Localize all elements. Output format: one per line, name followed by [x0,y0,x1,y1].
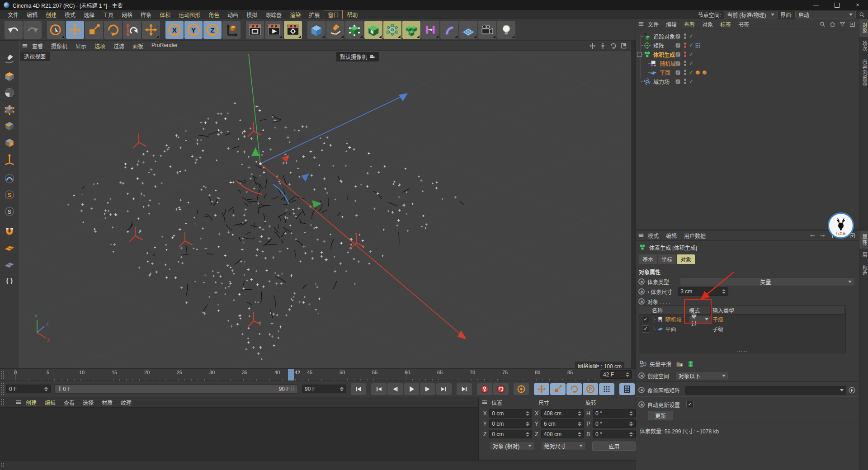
model-mode-icon[interactable] [3,69,16,83]
menu-item[interactable]: 文件 [4,10,23,19]
record-keyframe-button[interactable] [477,383,492,395]
object-name[interactable]: 平面 [660,69,670,76]
film-green-icon[interactable] [687,360,694,368]
menu-item[interactable]: 编辑 [41,398,60,407]
menu-item[interactable]: 选项 [90,42,109,50]
autokey-button[interactable] [493,383,509,395]
keyframe-selection-button[interactable] [514,383,529,395]
menu-item[interactable]: 选择 [80,10,99,19]
anim-dot-icon[interactable] [638,372,645,379]
hamburger-icon[interactable] [481,399,488,405]
render-view-button[interactable] [246,21,264,39]
viewport[interactable]: 查看摄像机显示选项过滤面板ProRender 透视视图 默认摄像机 网格间距 :… [19,41,631,368]
anim-dot-icon[interactable] [638,288,645,295]
mograph-cloner-button[interactable] [383,21,401,39]
size-field[interactable]: 408 cm [541,430,584,438]
collapse-toggle-icon[interactable]: − [637,52,642,57]
table-row[interactable]: ✓├随机域穿过子级 [639,315,845,324]
menu-item[interactable]: 摄像机 [47,42,71,50]
menu-item[interactable]: 模式 [61,10,80,19]
table-column-header[interactable]: 输入类型 [711,306,844,314]
object-tree-row[interactable]: 平面✓ [636,68,859,77]
expand-caret-icon[interactable]: › [647,288,649,295]
create-space-dropdown[interactable]: 对象以下 [675,371,729,380]
volume-builder-button[interactable] [364,21,382,39]
table-row[interactable]: ✓└平面子级 [639,324,845,334]
view-label[interactable]: 透视视图 [20,52,50,61]
undo-button[interactable] [5,21,23,39]
prev-frame-button[interactable] [387,383,403,395]
coordinate-system-button[interactable] [222,21,241,39]
node-space-dropdown[interactable]: 当前 (标准/物理) [724,11,778,19]
enabled-check-icon[interactable]: ✓ [689,51,693,57]
convert-editable-icon[interactable] [3,52,16,66]
object-tree-row[interactable]: 矩阵✓ [636,41,859,50]
lock-z-axis-button[interactable]: Z [203,21,222,39]
viewport-solo-off-icon[interactable] [3,172,16,185]
table-column-header[interactable]: 名称 [650,306,687,314]
spinner-icon[interactable] [623,372,629,377]
menu-item[interactable]: 渲染 [286,10,305,19]
pencil-square-icon[interactable] [675,79,681,85]
side-tab[interactable]: 层 [859,249,868,261]
override-matrix-link-field[interactable] [685,386,846,395]
rotation-field[interactable]: 0 ° [593,430,636,438]
object-name[interactable]: 追踪对象 [653,33,675,40]
object-tree-row[interactable]: 随机域✓ [636,59,859,68]
object-name[interactable]: 体积生成 [653,51,675,58]
object-picker-icon[interactable] [848,386,856,394]
field-button[interactable] [421,21,439,39]
snap-enable-icon[interactable] [3,224,16,238]
menu-item[interactable]: 工具 [99,10,118,19]
polygons-mode-icon[interactable] [3,136,16,149]
next-key-button[interactable] [436,383,452,395]
goto-start-button[interactable] [351,383,366,395]
menu-item[interactable]: 编辑 [662,20,680,28]
spinner-icon[interactable] [720,289,726,294]
hamburger-icon[interactable] [22,42,28,49]
side-tab[interactable]: 属性 [859,230,868,249]
menu-item[interactable]: 文件 [644,20,662,28]
drag-handle[interactable] [1,462,4,468]
smoothing-row[interactable]: 矢量平滑 [636,359,859,369]
menu-item[interactable]: 用户数据 [680,231,709,240]
menu-item[interactable]: 模拟 [242,10,261,19]
menu-item[interactable]: 选择 [79,398,98,407]
camera-button[interactable] [478,21,496,39]
visibility-dots[interactable] [684,60,686,66]
menu-item[interactable]: 扩展 [305,10,324,19]
visibility-dots[interactable] [684,33,686,39]
row-checkbox[interactable]: ✓ [642,316,649,323]
side-tab[interactable]: 内容浏览器 [859,55,868,89]
maximize-view-icon[interactable] [620,42,627,49]
matrix-tag-icon[interactable] [695,42,701,48]
edges-mode-icon[interactable] [3,119,16,132]
axis-mode-icon[interactable] [3,152,16,166]
position-field[interactable]: 0 cm [489,409,532,418]
primitive-cube-button[interactable] [307,21,326,39]
deformer-bend-button[interactable] [440,21,458,39]
visibility-dots[interactable] [684,51,686,57]
anim-dot-icon[interactable] [638,278,645,285]
mode-dropdown[interactable]: 穿过 [689,315,711,323]
menu-item[interactable]: 显示 [71,42,90,50]
close-button[interactable]: × [847,0,868,10]
object-name[interactable]: 随机域 [660,60,676,67]
light-button[interactable] [497,21,515,39]
current-frame-marker[interactable] [288,369,294,381]
frame-range-slider[interactable]: 0 F 90 F [54,384,298,394]
menu-item[interactable]: 角色 [204,10,223,19]
menu-item[interactable]: 面板 [128,42,147,50]
anim-dot-icon[interactable] [638,298,645,305]
menu-item[interactable]: 编辑 [23,10,42,19]
size-field[interactable]: 6 cm [541,419,584,428]
viewport-solo-single-icon[interactable]: S [3,188,16,202]
object-tree-row[interactable]: −体积生成✓ [636,50,859,59]
psr-reset-button[interactable]: PSR [123,21,141,39]
menu-item[interactable]: 跟踪器 [261,10,286,19]
arrow-left-icon[interactable] [809,232,816,239]
pencil-square-icon[interactable] [675,61,681,66]
arrow-right-icon[interactable] [819,232,826,239]
menu-item[interactable]: 创建 [22,398,41,407]
prev-key-button[interactable] [371,383,387,395]
